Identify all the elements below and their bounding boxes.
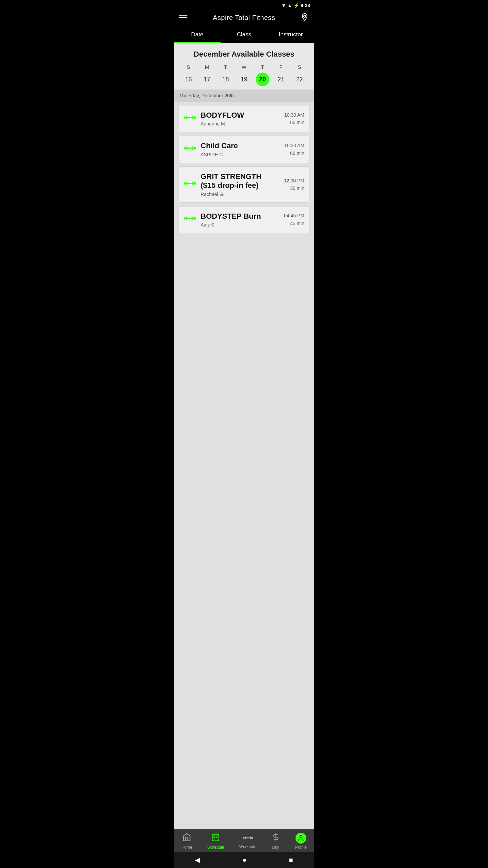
dumbbell-icon-bodyflow <box>184 112 196 126</box>
svg-rect-23 <box>185 218 186 219</box>
day-label-sat: S <box>293 64 306 70</box>
tab-instructor[interactable]: Instructor <box>267 26 314 43</box>
wifi-icon: ▼ <box>281 3 286 8</box>
app-header: Aspire Total Fitness <box>174 9 314 26</box>
svg-rect-29 <box>212 834 219 841</box>
bottom-nav: Home Schedule <box>174 829 314 852</box>
nav-item-home[interactable]: Home <box>181 833 192 850</box>
class-card-childcare[interactable]: Child Care ASPIRE C. 10:30 AM 60 min <box>179 136 309 163</box>
svg-rect-39 <box>246 837 250 839</box>
svg-rect-10 <box>186 146 187 150</box>
date-18[interactable]: 18 <box>219 73 232 86</box>
svg-rect-42 <box>251 837 253 839</box>
svg-rect-38 <box>245 836 246 840</box>
class-instructor-childcare: ASPIRE C. <box>201 152 280 157</box>
menu-button[interactable] <box>179 15 187 20</box>
workouts-dumbbell-icon <box>243 833 253 843</box>
date-16[interactable]: 16 <box>182 73 195 86</box>
nav-label-home: Home <box>181 845 192 850</box>
dumbbell-icon-bodystep <box>184 212 196 227</box>
signal-icon: ▲ <box>287 3 292 8</box>
svg-rect-2 <box>185 117 186 118</box>
day-label-sun: S <box>182 64 195 70</box>
day-label-mon: M <box>200 64 214 70</box>
date-20[interactable]: 20 <box>256 73 269 86</box>
tab-date[interactable]: Date <box>174 26 221 43</box>
svg-point-0 <box>304 15 306 17</box>
class-time-bodystep: 04:45 PM 45 min <box>284 212 304 227</box>
tab-bar: Date Class Instructor <box>174 26 314 43</box>
date-21[interactable]: 21 <box>274 73 288 86</box>
nav-label-profile: Profile <box>295 845 307 850</box>
time-display: 9:23 <box>301 3 310 8</box>
class-list: BODYFLOW Adrienne M. 10:30 AM 60 min Chi… <box>174 102 314 829</box>
day-label-fri: F <box>274 64 288 70</box>
android-home-button[interactable]: ● <box>242 856 246 864</box>
class-name-gritstrength: GRIT STRENGTH ($15 drop-in fee) <box>201 172 279 190</box>
class-name-bodyflow: BODYFLOW <box>201 111 280 120</box>
calendar-section: December Available Classes S M T W T F S… <box>174 43 314 90</box>
class-instructor-bodyflow: Adrienne M. <box>201 121 280 126</box>
selected-date-label: Thursday, December 20th <box>174 90 314 102</box>
location-button[interactable] <box>301 13 309 22</box>
class-time-childcare: 10:30 AM 60 min <box>284 142 304 157</box>
dumbbell-icon-gritstrength <box>184 177 196 192</box>
android-recent-button[interactable]: ■ <box>289 856 293 864</box>
svg-rect-37 <box>244 837 245 839</box>
svg-rect-40 <box>250 836 251 840</box>
dumbbell-icon-childcare <box>184 142 196 157</box>
calendar-dates: 16 17 18 19 20 21 22 <box>179 73 309 86</box>
status-bar: ▼ ▲ ⚡ 9:23 <box>174 0 314 9</box>
svg-rect-16 <box>185 183 186 184</box>
svg-rect-21 <box>194 182 196 184</box>
class-info-gritstrength: GRIT STRENGTH ($15 drop-in fee) Rachael … <box>201 172 279 197</box>
nav-item-schedule[interactable]: Schedule <box>207 833 224 850</box>
battery-icon: ⚡ <box>293 3 299 8</box>
class-info-childcare: Child Care ASPIRE C. <box>201 141 280 157</box>
class-info-bodyflow: BODYFLOW Adrienne M. <box>201 111 280 126</box>
dollar-icon <box>271 833 280 844</box>
svg-rect-7 <box>194 116 196 119</box>
svg-rect-18 <box>187 183 192 184</box>
svg-rect-19 <box>192 181 194 185</box>
svg-rect-9 <box>185 147 186 149</box>
class-time-gritstrength: 12:00 PM 30 min <box>284 177 304 192</box>
svg-rect-14 <box>194 147 196 149</box>
status-icons: ▼ ▲ ⚡ 9:23 <box>281 3 310 8</box>
calendar-days-header: S M T W T F S <box>179 64 309 70</box>
class-name-bodystep: BODYSTEP Burn <box>201 212 279 221</box>
tab-class[interactable]: Class <box>221 26 267 43</box>
nav-label-buy: Buy <box>272 845 279 850</box>
date-22[interactable]: 22 <box>293 73 306 86</box>
svg-rect-3 <box>186 116 187 119</box>
svg-rect-17 <box>186 181 187 185</box>
calendar-title: December Available Classes <box>179 50 309 59</box>
class-card-bodystep[interactable]: BODYSTEP Burn Aidy S. 04:45 PM 45 min <box>179 206 309 233</box>
svg-rect-5 <box>192 116 194 119</box>
day-label-thu: T <box>256 64 269 70</box>
android-back-button[interactable]: ◀ <box>195 856 200 864</box>
android-nav-bar: ◀ ● ■ <box>174 852 314 868</box>
nav-item-workouts[interactable]: Workouts <box>239 833 256 849</box>
svg-rect-4 <box>187 117 192 118</box>
date-17[interactable]: 17 <box>200 73 214 86</box>
class-card-bodyflow[interactable]: BODYFLOW Adrienne M. 10:30 AM 60 min <box>179 105 309 132</box>
svg-rect-25 <box>187 218 192 219</box>
calendar-icon <box>211 833 220 844</box>
nav-label-workouts: Workouts <box>239 844 256 849</box>
nav-item-profile[interactable]: Profile <box>295 833 307 850</box>
class-card-gritstrength[interactable]: GRIT STRENGTH ($15 drop-in fee) Rachael … <box>179 166 309 203</box>
class-instructor-gritstrength: Rachael G. <box>201 192 279 197</box>
class-info-bodystep: BODYSTEP Burn Aidy S. <box>201 212 279 228</box>
nav-item-buy[interactable]: Buy <box>271 833 280 850</box>
class-time-bodyflow: 10:30 AM 60 min <box>284 111 304 126</box>
svg-rect-26 <box>192 217 194 220</box>
day-label-wed: W <box>237 64 251 70</box>
svg-rect-28 <box>194 217 196 220</box>
class-instructor-bodystep: Aidy S. <box>201 222 279 228</box>
date-19[interactable]: 19 <box>237 73 251 86</box>
nav-label-schedule: Schedule <box>207 845 224 850</box>
profile-icon <box>296 833 306 844</box>
home-icon <box>182 833 191 844</box>
svg-rect-11 <box>187 147 192 149</box>
